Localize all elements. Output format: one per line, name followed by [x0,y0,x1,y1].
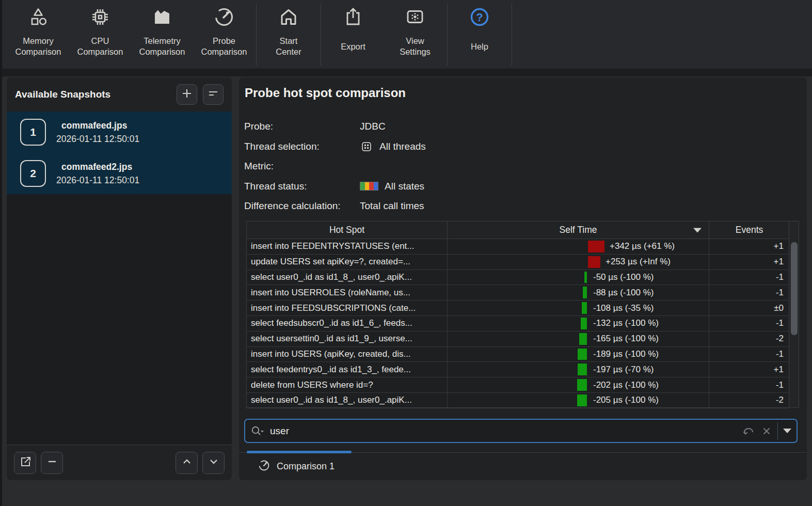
increase-bar [588,256,600,268]
tab-comparison-1[interactable]: Comparison 1 [247,451,352,480]
toolbar-item-label: TelemetryComparison [139,29,185,64]
snapshot-info: commafeed2.jps2026-01-11 12:50:01 [56,162,139,186]
table-row[interactable]: delete from USERS where id=?-202 µs (-10… [247,377,799,393]
table-row[interactable]: insert into FEEDENTRYSTATUSES (ent...+34… [247,239,799,255]
property-row: Thread selection:All threads [244,137,426,157]
table-scrollbar[interactable] [789,222,799,407]
search-icon[interactable] [250,425,265,437]
property-value: All threads [379,141,426,152]
column-header-events[interactable]: Events [709,222,789,239]
toolbar-cpu-comparison[interactable]: CPUComparison [69,0,131,69]
property-value: All states [385,181,424,192]
events-cell: +1 [709,362,789,377]
self-time-cell: +253 µs (+Inf %) [448,255,709,270]
property-value: Total call times [360,200,424,212]
column-header-selftime[interactable]: Self Time [448,222,709,239]
column-header-hotspot[interactable]: Hot Spot [247,222,448,239]
export-icon [343,7,363,27]
toolbar-item-label: ProbeComparison [201,29,247,64]
toolbar-item-label-line: Probe [201,36,247,46]
toolbar-export[interactable]: Export [322,0,384,69]
toolbar-probe-comparison[interactable]: ProbeComparison [193,0,255,69]
table-row[interactable]: select usersettin0_.id as id1_9_, userse… [247,331,799,347]
open-window-icon [19,455,32,470]
self-time-value: -88 µs (-100 %) [593,288,654,298]
self-time-cell: +342 µs (+61 %) [448,239,709,255]
events-cell: +1 [709,255,789,270]
scrollbar-thumb[interactable] [791,242,798,335]
self-time-cell: -205 µs (-100 %) [448,393,709,408]
snapshot-name: commafeed2.jps [61,162,139,172]
toolbar-help[interactable]: ?Help [449,0,511,69]
open-snapshot-button[interactable] [14,452,36,474]
toolbar-item-label-line: Comparison [201,46,247,57]
toolbar-item-label-line: View [400,36,431,46]
view-settings-icon [405,7,425,27]
thread-states-icon [360,182,378,191]
table-row[interactable]: update USERS set apiKey=?, created=...+2… [247,255,799,270]
toolbar-item-label: ViewSettings [400,29,431,64]
toolbar-item-label: Export [341,29,365,64]
toolbar-item-label-line: Settings [400,46,431,57]
search-wrap-icon[interactable] [741,425,761,437]
clear-search-icon[interactable] [761,425,777,437]
add-snapshot-button[interactable] [177,84,197,105]
plus-icon [181,87,193,102]
toolbar-start-center[interactable]: StartCenter [258,0,320,69]
page-title: Probe hot spot comparison [245,86,406,100]
toolbar-item-label-line: Start [276,36,301,46]
decrease-bar [577,379,587,391]
table-row[interactable]: insert into USERS (apiKey, created, dis.… [247,347,799,362]
table-row[interactable]: select user0_.id as id1_8_, user0_.apiK.… [247,393,799,408]
toolbar-telemetry-comparison[interactable]: TelemetryComparison [131,0,193,69]
toolbar-item-label-line: Comparison [15,46,61,57]
chevron-up-icon [180,455,194,470]
toolbar-view-settings[interactable]: ViewSettings [384,0,446,69]
memory-comparison-icon [28,7,49,27]
toolbar-item-label-line: Memory [15,36,61,46]
hotspot-cell: insert into USERROLES (roleName, us... [247,285,448,301]
search-options-dropdown[interactable] [778,420,797,442]
table-row[interactable]: select feedsubscr0_.id as id1_6_, feeds.… [247,316,799,331]
toolbar-item-label: StartCenter [276,29,301,64]
thread-states-swatch [360,182,378,191]
telemetry-comparison-icon [152,7,172,27]
toolbar: MemoryComparisonCPUComparisonTelemetryCo… [0,0,812,69]
svg-text:?: ? [476,11,483,24]
decrease-bar [584,272,587,283]
events-cell: -1 [709,270,789,286]
dropdown-arrow-icon [783,429,791,433]
toolbar-memory-comparison[interactable]: MemoryComparison [7,0,69,69]
snapshot-list-item[interactable]: 1commafeed.jps2026-01-11 12:50:01 [7,112,232,153]
snapshot-list-item[interactable]: 2commafeed2.jps2026-01-11 12:50:01 [7,153,232,194]
snapshot-name: commafeed.jps [61,120,139,131]
self-time-cell: -202 µs (-100 %) [448,377,709,393]
search-input[interactable] [269,425,741,437]
decrease-bar [578,349,587,360]
table-row[interactable]: insert into FEEDSUBSCRIPTIONS (cate...-1… [247,301,799,316]
toolbar-separator [321,3,321,66]
sort-snapshots-button[interactable] [203,84,224,105]
gauge-icon [258,460,277,473]
self-time-value: -202 µs (-100 %) [593,380,659,390]
selected-snapshots: 1commafeed.jps2026-01-11 12:50:012commaf… [7,112,232,194]
snapshot-timestamp: 2026-01-11 12:50:01 [56,175,139,186]
table-row[interactable]: insert into USERROLES (roleName, us...-8… [247,285,799,301]
move-up-button[interactable] [176,452,198,474]
events-cell: -2 [709,393,789,408]
chevron-down-icon [207,455,220,470]
property-row: Probe:JDBC [244,117,426,137]
toolbar-item-label-line: Help [471,41,488,52]
self-time-cell: -88 µs (-100 %) [448,285,709,301]
probe-comparison-icon [214,7,234,27]
remove-snapshot-button[interactable] [41,452,63,474]
help-icon: ? [469,7,490,27]
self-time-value: -108 µs (-35 %) [593,303,654,313]
hotspot-cell: select user0_.id as id1_8_, user0_.apiK.… [247,393,448,408]
property-label: Difference calculation: [244,200,360,212]
self-time-value: -189 µs (-100 %) [593,349,659,359]
table-row[interactable]: select user0_.id as id1_8_, user0_.apiK.… [247,270,799,286]
move-down-button[interactable] [202,452,225,474]
table-row[interactable]: select feedentrys0_.id as id1_3_, feede.… [247,362,799,377]
sort-descending-icon [693,228,702,232]
